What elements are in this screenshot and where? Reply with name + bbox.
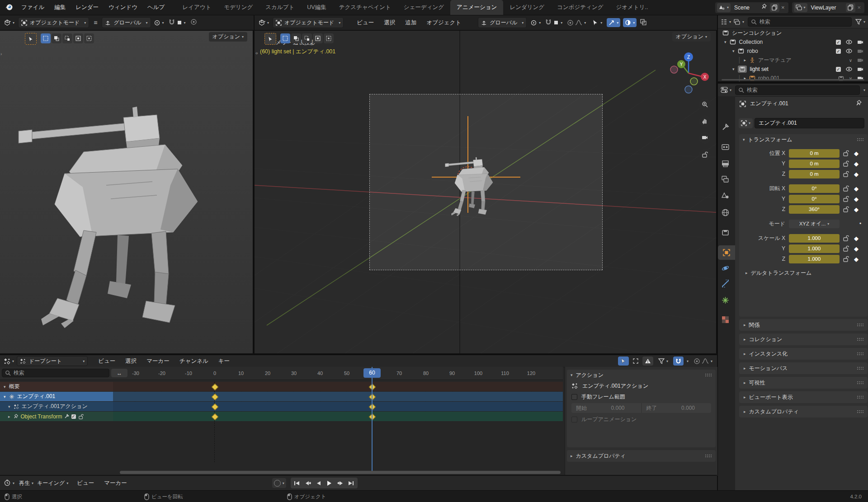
exclude-checkbox[interactable]: ✓ xyxy=(836,49,841,54)
select-extend-mode[interactable] xyxy=(291,33,301,43)
camera-visibility-icon[interactable] xyxy=(857,40,863,45)
keying-set-chevron[interactable]: ▾ xyxy=(283,481,284,485)
channel-row-object-transform[interactable]: ▸ Object Transform ✓ xyxy=(0,412,113,421)
lock-open-icon[interactable] xyxy=(843,150,849,156)
scene-icon[interactable]: ▾ xyxy=(717,3,731,12)
outliner-filter-display[interactable]: ▾ xyxy=(734,19,744,25)
tab-render[interactable] xyxy=(722,144,729,150)
next-keyframe-button[interactable] xyxy=(335,479,346,487)
chevron-down-icon[interactable]: ▾ xyxy=(863,88,865,92)
viewport-left[interactable]: オプション▾ › xyxy=(0,31,254,353)
orientation-selector[interactable]: グローバル▾ xyxy=(102,17,151,28)
rot-x-field[interactable]: 0° xyxy=(789,184,840,193)
loc-x-field[interactable]: 0 m xyxy=(789,149,840,158)
play-button[interactable] xyxy=(324,479,335,487)
camera-visibility-icon[interactable] xyxy=(857,49,863,54)
properties-search[interactable]: 検索 xyxy=(735,85,860,95)
tab-scene[interactable] xyxy=(722,192,729,199)
panel-motion-paths[interactable]: ▸モーションパス xyxy=(739,362,868,374)
pin-icon[interactable] xyxy=(761,4,768,11)
proportional-edit-group[interactable]: ▾ xyxy=(567,19,586,26)
playhead-line[interactable] xyxy=(372,367,373,471)
tab-layout[interactable]: レイアウト xyxy=(176,0,217,15)
collapse-icon[interactable]: ▾ xyxy=(743,137,745,142)
keyframe-diamond-icon[interactable]: ◆ xyxy=(854,256,859,263)
pivot-selector[interactable]: ▾ xyxy=(154,19,164,26)
rot-y-field[interactable]: 0° xyxy=(789,195,840,203)
eye-icon[interactable] xyxy=(846,49,852,53)
tab-modeling[interactable]: モデリング xyxy=(217,0,259,15)
lock-open-icon[interactable] xyxy=(843,245,849,252)
active-tool-button[interactable] xyxy=(264,33,276,45)
tab-output[interactable] xyxy=(722,160,729,167)
current-frame-chip[interactable]: 60 xyxy=(363,368,381,378)
outliner-scrollbar[interactable] xyxy=(722,79,864,80)
tab-texture[interactable] xyxy=(722,316,729,324)
outliner-row-collection[interactable]: ▾ Collection ✓ xyxy=(718,38,868,47)
exclude-checkbox[interactable]: ✓ xyxy=(836,40,841,45)
snap-magnet-icon[interactable] xyxy=(545,19,552,27)
keyframe-diamond-icon[interactable]: ◆ xyxy=(854,235,859,242)
menu-object[interactable]: オブジェクト xyxy=(421,19,466,27)
panel-title[interactable]: トランスフォーム xyxy=(748,136,793,144)
object-type-icon[interactable]: ▾ xyxy=(739,118,753,128)
outliner-display-mode[interactable]: ▾ xyxy=(721,19,731,25)
region-toggle-chevron[interactable]: › xyxy=(0,52,2,56)
editor-type-icon[interactable]: ▾ xyxy=(4,479,14,487)
tab-object-data[interactable] xyxy=(722,296,729,304)
keyframe-diamond-icon[interactable]: ◆ xyxy=(854,185,859,192)
show-hidden-toggle[interactable] xyxy=(630,357,641,366)
dope-sheet-mode-dropdown[interactable]: ドープシート▾ xyxy=(17,356,88,366)
pin-icon[interactable] xyxy=(856,100,863,107)
filter-funnel-dropdown[interactable]: ▾ xyxy=(658,358,668,364)
select-subtract-mode[interactable] xyxy=(302,33,312,43)
mech-robot-model[interactable] xyxy=(16,94,206,329)
show-overlays-toggle[interactable]: ▾ xyxy=(623,18,637,27)
tab-constraints[interactable] xyxy=(722,280,729,287)
outliner-row-robo[interactable]: ▾ robo ✓ xyxy=(718,47,868,56)
mech-robot-camera-view[interactable] xyxy=(444,154,495,216)
loc-y-field[interactable]: 0 m xyxy=(789,160,840,168)
menu-render[interactable]: レンダー xyxy=(71,4,104,11)
show-gizmo-toggle[interactable]: ▾ xyxy=(607,18,620,27)
channel-row-action[interactable]: ▾ エンプティ.001アクション xyxy=(0,402,113,411)
select-extend-mode[interactable] xyxy=(52,33,61,43)
keyframe-diamond-icon[interactable]: ◆ xyxy=(854,196,859,202)
xray-toggle[interactable] xyxy=(640,19,646,27)
menu-view[interactable]: ビュー xyxy=(352,19,379,27)
menu-view[interactable]: ビュー xyxy=(93,357,120,365)
close-scene-icon[interactable]: × xyxy=(779,4,787,11)
keyframe-diamond-icon[interactable]: ◆ xyxy=(854,171,859,178)
expand-icon[interactable]: ▾ xyxy=(732,49,735,53)
show-errors-toggle[interactable] xyxy=(642,357,653,366)
panel-relations[interactable]: ▸関係 xyxy=(739,319,868,331)
record-button[interactable] xyxy=(274,480,281,487)
scale-z-field[interactable]: 1.000 xyxy=(789,255,840,263)
delta-transform-subpanel[interactable]: ▸デルタトランスフォーム xyxy=(740,267,863,279)
prev-keyframe-button[interactable] xyxy=(302,479,313,487)
channel-enable-checkbox[interactable]: ✓ xyxy=(71,414,76,419)
select-subtract-mode[interactable] xyxy=(62,33,72,43)
viewlayer-name[interactable]: ViewLayer xyxy=(807,5,846,11)
editor-type-icon[interactable]: ▾ xyxy=(4,19,14,26)
only-selected-toggle[interactable] xyxy=(618,357,629,366)
tab-tool[interactable] xyxy=(722,123,729,131)
animate-dot-icon[interactable]: • xyxy=(859,221,861,227)
snap-magnet-icon[interactable] xyxy=(169,19,175,27)
lock-open-icon[interactable] xyxy=(843,235,849,241)
proportional-edit-icon[interactable] xyxy=(190,19,197,27)
outliner-row-light-set[interactable]: ▾ light set ✓ xyxy=(718,65,868,74)
keyframe-diamond-icon[interactable]: ◆ xyxy=(854,160,859,167)
lock-open-icon[interactable] xyxy=(843,196,849,202)
modifier-wrench-icon[interactable] xyxy=(64,414,69,419)
viewport-right[interactable]: カメラ・透視投影 (60) light set | エンプティ.001 ‹› オ… xyxy=(255,31,717,353)
tab-sculpt[interactable]: スカルプト xyxy=(259,0,301,15)
menu-help[interactable]: ヘルプ xyxy=(142,4,170,11)
outliner-row-robo001[interactable]: │ ▸ robo.001 ∨ xyxy=(718,74,868,83)
eye-icon[interactable] xyxy=(846,40,852,44)
manual-range-checkbox[interactable] xyxy=(571,394,577,400)
expand-icon[interactable]: ▸ xyxy=(744,58,746,62)
orientation-selector[interactable]: グローバル▾ xyxy=(478,17,527,28)
editor-type-icon[interactable]: ▾ xyxy=(258,19,269,26)
expand-icon[interactable]: ▾ xyxy=(724,40,726,44)
